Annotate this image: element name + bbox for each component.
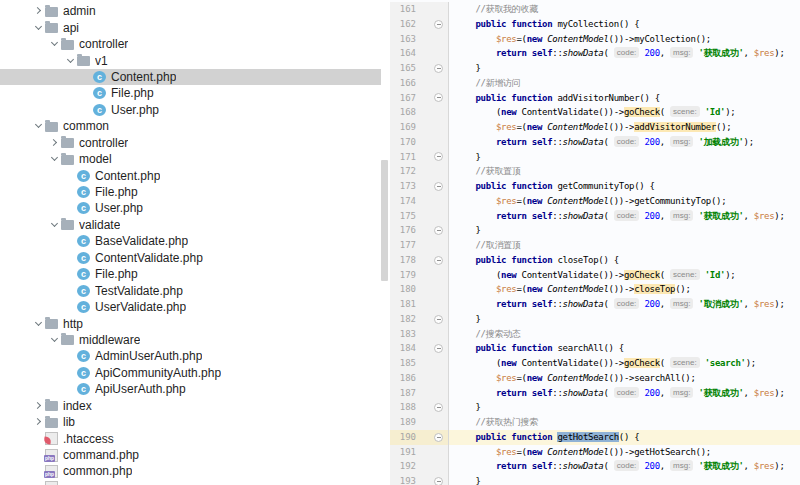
chevron-icon[interactable] bbox=[33, 416, 45, 428]
code-line[interactable]: 165 } bbox=[390, 61, 800, 76]
fold-marker-icon[interactable] bbox=[434, 93, 443, 102]
tree-item[interactable]: c TestValidate.php bbox=[0, 282, 381, 298]
folder-icon bbox=[45, 7, 58, 17]
fold-marker-icon[interactable] bbox=[434, 403, 443, 412]
tree-item[interactable]: admin bbox=[0, 3, 381, 19]
code-line[interactable]: 166 //新增访问 bbox=[390, 76, 800, 91]
fold-marker-icon[interactable] bbox=[434, 226, 443, 235]
chevron-icon[interactable] bbox=[33, 22, 45, 34]
code-line[interactable]: 162 public function myCollection() { bbox=[390, 17, 800, 32]
tree-item[interactable]: c Content.php bbox=[0, 167, 381, 183]
gutter: 172 bbox=[390, 164, 449, 179]
code-line[interactable]: 187 return self::showData( code: 200, ms… bbox=[390, 386, 800, 401]
tree-item[interactable]: v1 bbox=[0, 52, 381, 68]
code-line[interactable]: 171 } bbox=[390, 150, 800, 165]
tree-item[interactable]: http bbox=[0, 315, 381, 331]
tree-item[interactable]: php command.php bbox=[0, 447, 381, 463]
code-line[interactable]: 189 //获取热门搜索 bbox=[390, 415, 800, 430]
tree-item[interactable]: model bbox=[0, 151, 381, 167]
fold-marker-icon[interactable] bbox=[434, 344, 443, 353]
fold-marker-icon[interactable] bbox=[434, 315, 443, 324]
tree-item[interactable]: c ApiUserAuth.php bbox=[0, 381, 381, 397]
fold-marker-icon[interactable] bbox=[434, 433, 443, 442]
code-line[interactable]: 176 } bbox=[390, 223, 800, 238]
code-line[interactable]: 183 //搜索动态 bbox=[390, 327, 800, 342]
tree-item[interactable]: .htaccess bbox=[0, 430, 381, 446]
fold-marker-icon[interactable] bbox=[434, 20, 443, 29]
chevron-icon[interactable] bbox=[49, 137, 61, 149]
chevron-icon[interactable] bbox=[49, 153, 61, 165]
tree-item[interactable]: api bbox=[0, 19, 381, 35]
chevron-icon[interactable] bbox=[65, 55, 77, 67]
tree-item[interactable]: php bbox=[0, 480, 381, 485]
chevron-icon[interactable] bbox=[33, 318, 45, 330]
tree-item[interactable]: c File.php bbox=[0, 85, 381, 101]
code-line[interactable]: 163 $res=(new ContentModel())->myCollect… bbox=[390, 32, 800, 47]
tree-item[interactable]: php common.php bbox=[0, 463, 381, 479]
code-line[interactable]: 188 } bbox=[390, 400, 800, 415]
code-line[interactable]: 170 return self::showData( code: 200, ms… bbox=[390, 135, 800, 150]
code-line[interactable]: 191 $res=(new ContentModel())->getHotSea… bbox=[390, 445, 800, 460]
code-line[interactable]: 190 public function getHotSearch() { bbox=[390, 430, 800, 445]
tree-item[interactable]: index bbox=[0, 398, 381, 414]
tree-item[interactable]: c Content.php bbox=[0, 69, 381, 85]
chevron-icon[interactable] bbox=[49, 38, 61, 50]
code-line[interactable]: 186 $res=(new ContentModel())->searchAll… bbox=[390, 371, 800, 386]
chevron-icon[interactable] bbox=[33, 5, 45, 17]
line-number: 181 bbox=[392, 297, 416, 312]
code-line[interactable]: 184 public function searchAll() { bbox=[390, 341, 800, 356]
tree-item[interactable]: c File.php bbox=[0, 266, 381, 282]
chevron-icon[interactable] bbox=[49, 334, 61, 346]
tree-item[interactable]: c ContentValidate.php bbox=[0, 250, 381, 266]
editor-panel[interactable]: 161 //获取我的收藏 162 public function myColle… bbox=[390, 0, 800, 485]
code-line[interactable]: 172 //获取置顶 bbox=[390, 164, 800, 179]
chevron-icon[interactable] bbox=[49, 219, 61, 231]
code-line[interactable]: 192 return self::showData( code: 200, ms… bbox=[390, 459, 800, 474]
tree-item[interactable]: middleware bbox=[0, 332, 381, 348]
tree-item[interactable]: controller bbox=[0, 135, 381, 151]
chevron-icon[interactable] bbox=[33, 400, 45, 412]
gutter: 161 bbox=[390, 2, 449, 17]
tree-item[interactable]: c UserValidate.php bbox=[0, 299, 381, 315]
tree-scrollbar-thumb[interactable] bbox=[381, 160, 388, 281]
chevron-icon bbox=[65, 202, 77, 214]
code-line[interactable]: 175 return self::showData( code: 200, ms… bbox=[390, 209, 800, 224]
code-text: public function closeTop() { bbox=[449, 253, 800, 268]
code-line[interactable]: 181 return self::showData( code: 200, ms… bbox=[390, 297, 800, 312]
chevron-icon[interactable] bbox=[33, 120, 45, 132]
code-line[interactable]: 173 public function getCommunityTop() { bbox=[390, 179, 800, 194]
code-line[interactable]: 178 public function closeTop() { bbox=[390, 253, 800, 268]
code-line[interactable]: 177 //取消置顶 bbox=[390, 238, 800, 253]
tree-item[interactable]: lib bbox=[0, 414, 381, 430]
gutter: 190 bbox=[390, 430, 449, 445]
tree-item[interactable]: c User.php bbox=[0, 200, 381, 216]
code-line[interactable]: 168 (new ContentValidate())->goCheck( sc… bbox=[390, 105, 800, 120]
line-number: 162 bbox=[392, 17, 416, 32]
code-line[interactable]: 167 public function addVisitorNumber() { bbox=[390, 91, 800, 106]
chevron-icon bbox=[65, 235, 77, 247]
code-line[interactable]: 179 (new ContentValidate())->goCheck( sc… bbox=[390, 268, 800, 283]
code-line[interactable]: 193 } bbox=[390, 474, 800, 485]
tree-item[interactable]: validate bbox=[0, 217, 381, 233]
class-icon: c bbox=[93, 71, 106, 83]
code-line[interactable]: 174 $res=(new ContentModel())->getCommun… bbox=[390, 194, 800, 209]
fold-marker-icon[interactable] bbox=[434, 256, 443, 265]
code-line[interactable]: 182 } bbox=[390, 312, 800, 327]
tree-item[interactable]: c AdminUserAuth.php bbox=[0, 348, 381, 364]
tree-item[interactable]: c BaseValidate.php bbox=[0, 233, 381, 249]
fold-marker-icon[interactable] bbox=[434, 64, 443, 73]
tree-item[interactable]: common bbox=[0, 118, 381, 134]
fold-marker-icon[interactable] bbox=[434, 477, 443, 485]
code-line[interactable]: 180 $res=(new ContentModel())->closeTop(… bbox=[390, 282, 800, 297]
tree-item[interactable]: c ApiCommunityAuth.php bbox=[0, 365, 381, 381]
code-line[interactable]: 185 (new ContentValidate())->goCheck( sc… bbox=[390, 356, 800, 371]
code-line[interactable]: 169 $res=(new ContentModel())->addVisito… bbox=[390, 120, 800, 135]
code-line[interactable]: 161 //获取我的收藏 bbox=[390, 2, 800, 17]
tree-item[interactable]: c User.php bbox=[0, 102, 381, 118]
fold-marker-icon[interactable] bbox=[434, 182, 443, 191]
code-line[interactable]: 164 return self::showData( code: 200, ms… bbox=[390, 46, 800, 61]
line-number: 192 bbox=[392, 459, 416, 474]
fold-marker-icon[interactable] bbox=[434, 152, 443, 161]
tree-item[interactable]: c File.php bbox=[0, 184, 381, 200]
tree-item[interactable]: controller bbox=[0, 36, 381, 52]
